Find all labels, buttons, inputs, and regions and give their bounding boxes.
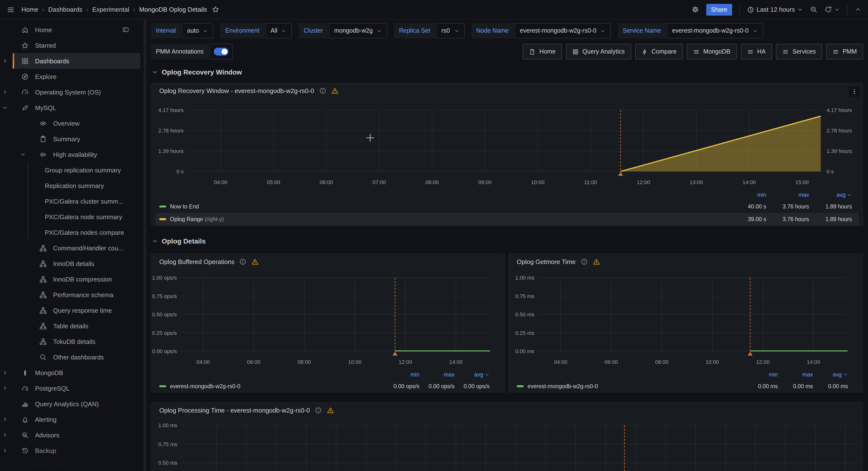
sidebar-item-starred[interactable]: Starred (13, 37, 140, 53)
sidebar-item-connections[interactable]: Connections (13, 458, 140, 471)
sidebar-item-pxc-galera-node-summary[interactable]: PXC/Galera node summary (13, 209, 140, 224)
panel-menu-button[interactable] (849, 86, 860, 97)
sidebar-item-mongodb[interactable]: MongoDB (13, 365, 140, 380)
filter-value-replica-set[interactable]: rs0 (436, 23, 464, 38)
series-name[interactable]: everest-mongodb-w2g-rs0-0 (170, 383, 384, 389)
legend-sort-avg[interactable]: avg (809, 192, 852, 198)
svg-text:10:00: 10:00 (348, 359, 362, 365)
menu-toggle-button[interactable] (7, 6, 14, 13)
series-name[interactable]: Now to End (170, 203, 723, 210)
series-name[interactable]: Oplog Range (right-y) (170, 216, 723, 222)
sidebar-item-dashboards[interactable]: Dashboards (13, 53, 140, 69)
filter-value-environment[interactable]: All (265, 23, 292, 38)
collapse-controls-button[interactable] (855, 6, 861, 13)
warning-icon (327, 407, 334, 414)
sidebar-item-alerting[interactable]: Alerting (13, 412, 140, 427)
series-name[interactable]: everest-mongodb-w2g-rs0-0 (528, 383, 743, 389)
sidebar-item-tokudb-details[interactable]: TokuDB details (13, 334, 140, 349)
panel-info-icon-slot[interactable] (315, 407, 322, 414)
panel-title[interactable]: Oplog Getmore Time (517, 258, 576, 265)
legend-sort-max[interactable]: max (420, 372, 455, 377)
svg-text:10:00: 10:00 (531, 179, 544, 185)
sidebar-item-summary[interactable]: Summary (13, 131, 140, 147)
panel-info-icon-slot[interactable] (239, 258, 247, 265)
breadcrumb-item-mongodb-oplog-details[interactable]: MongoDB Oplog Details (139, 6, 207, 13)
panel-title[interactable]: Oplog Recovery Window - everest-mongodb-… (159, 87, 314, 94)
panel-warning-icon-slot[interactable] (327, 407, 334, 414)
sidebar-item-home[interactable]: Home (13, 22, 140, 37)
link-button-compare[interactable]: Compare (635, 44, 683, 59)
chevron-down-icon-slot[interactable] (20, 152, 32, 157)
section-oplog-details[interactable]: Oplog Details (152, 237, 206, 245)
share-button[interactable]: Share (706, 4, 732, 15)
legend-sort-avg[interactable]: avg (813, 372, 848, 377)
link-button-mongodb[interactable]: MongoDB (687, 44, 737, 59)
filter-value-node-name[interactable]: everest-mongodb-w2g-rs0-0 (515, 23, 611, 38)
breadcrumb-item-dashboards[interactable]: Dashboards (48, 6, 82, 13)
sidebar-item-group-replication-summary[interactable]: Group replication summary (13, 162, 140, 178)
pmm-annotations-toggle[interactable] (210, 44, 233, 59)
chevron-right-icon-slot[interactable] (2, 416, 14, 422)
sidebar-item-query-analytics-qan[interactable]: Query Analytics (QAN) (13, 396, 140, 412)
sidebar-item-table-details[interactable]: Table details (13, 318, 140, 334)
link-button-pmm[interactable]: PMM (826, 44, 863, 59)
link-button-ha[interactable]: HA (741, 44, 772, 59)
panel-title[interactable]: Oplog Buffered Operations (159, 258, 235, 265)
chevron-right-icon-slot[interactable] (2, 463, 14, 469)
sidebar-item-mysql[interactable]: MySQL (13, 100, 140, 116)
link-button-services[interactable]: Services (776, 44, 822, 59)
sidebar-item-other-dashboards[interactable]: Other dashboards (13, 349, 140, 365)
svg-text:12:00: 12:00 (399, 359, 412, 365)
sidebar-item-advisors[interactable]: Advisors (13, 427, 140, 443)
panel-info-icon-slot[interactable] (319, 87, 327, 94)
chevron-right-icon-slot[interactable] (2, 89, 14, 95)
sidebar-item-backup[interactable]: Backup (13, 443, 140, 458)
favorite-dashboard-button[interactable] (212, 6, 219, 13)
panel-warning-icon-slot[interactable] (252, 258, 259, 265)
time-range-picker[interactable]: Last 12 hours (747, 6, 803, 13)
dashboard-settings-button[interactable] (692, 6, 699, 13)
sidebar-item-command-handler-cou[interactable]: Command/Handler cou... (13, 240, 140, 256)
link-button-query-analytics[interactable]: Query Analytics (566, 44, 631, 59)
sidebar-item-high-availability[interactable]: High availability (13, 147, 140, 162)
legend-sort-min[interactable]: min (723, 192, 766, 198)
chevron-right-icon-slot[interactable] (2, 58, 14, 64)
legend-sort-avg[interactable]: avg (455, 372, 490, 377)
filter-value-cluster[interactable]: mongodb-w2g (329, 23, 387, 38)
chevron-right-icon-slot[interactable] (2, 370, 14, 376)
legend-sort-min[interactable]: min (384, 372, 420, 377)
sidebar-item-overview[interactable]: Overview (13, 116, 140, 131)
sidebar-item-query-response-time[interactable]: Query response time (13, 303, 140, 318)
panel-warning-icon-slot[interactable] (593, 258, 600, 265)
sidebar-item-postgresql[interactable]: PostgreSQL (13, 380, 140, 396)
panel-info-icon-slot[interactable] (580, 258, 588, 265)
sidebar-scrollbar[interactable] (144, 20, 146, 471)
sidebar-item-performance-schema[interactable]: Performance schema (13, 287, 140, 303)
sidebar-item-pxc-galera-cluster-summ[interactable]: PXC/Galera cluster summ... (13, 193, 140, 209)
refresh-button[interactable] (825, 6, 840, 13)
sidebar-item-replication-summary[interactable]: Replication summary (13, 178, 140, 193)
sidebar-collapse-button[interactable] (122, 26, 135, 33)
legend-sort-min[interactable]: min (743, 372, 778, 377)
legend-sort-max[interactable]: max (766, 192, 809, 198)
chevron-right-icon (2, 416, 8, 422)
panel-warning-icon-slot[interactable] (331, 87, 339, 94)
breadcrumb-item-home[interactable]: Home (22, 6, 38, 13)
chevron-right-icon-slot[interactable] (2, 385, 14, 391)
panel-title[interactable]: Oplog Processing Time - everest-mongodb-… (159, 407, 310, 414)
section-oplog-recovery-window[interactable]: Oplog Recovery Window (152, 68, 242, 76)
sidebar-item-innodb-compression[interactable]: InnoDB compression (13, 271, 140, 287)
filter-value-service-name[interactable]: everest-mongodb-w2g-rs0-0 (667, 23, 763, 38)
sidebar-item-explore[interactable]: Explore (13, 69, 140, 84)
chevron-right-icon-slot[interactable] (2, 448, 14, 453)
time-zoom-out-button[interactable] (810, 6, 817, 13)
chevron-down-icon-slot[interactable] (2, 105, 14, 111)
sidebar-item-innodb-details[interactable]: InnoDB details (13, 256, 140, 271)
chevron-right-icon-slot[interactable] (2, 432, 14, 438)
breadcrumb-item-experimental[interactable]: Experimental (92, 6, 129, 13)
legend-sort-max[interactable]: max (778, 372, 813, 377)
sidebar-item-pxc-galera-nodes-compare[interactable]: PXC/Galera nodes compare (13, 224, 140, 240)
sidebar-item-operating-system-os[interactable]: Operating System (OS) (13, 84, 140, 100)
link-button-home[interactable]: Home (523, 44, 562, 59)
filter-value-interval[interactable]: auto (182, 23, 214, 38)
